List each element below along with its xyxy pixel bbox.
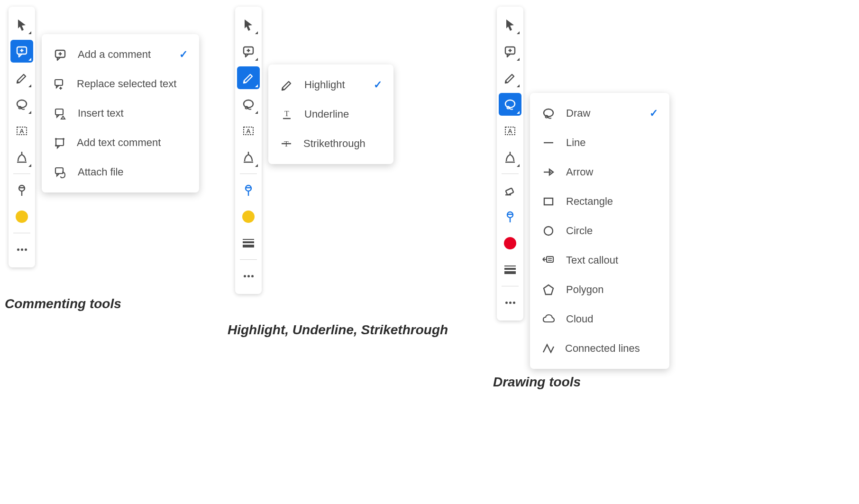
- draw-tool[interactable]: [10, 93, 33, 116]
- replace-text-icon: [53, 77, 66, 91]
- checkmark-icon: ✓: [649, 107, 658, 119]
- highlight-icon: [280, 78, 294, 92]
- menu-label: Draw: [566, 107, 630, 119]
- connected-lines-icon: [541, 342, 555, 355]
- polygon-icon: [541, 283, 556, 296]
- line-thickness-icon: [243, 238, 254, 249]
- menu-label: Rectangle: [566, 195, 630, 208]
- signature-tool[interactable]: [499, 146, 521, 169]
- separator: [13, 174, 30, 174]
- menu-label: Polygon: [566, 284, 630, 296]
- menu-line[interactable]: Line ✓: [530, 128, 669, 157]
- rectangle-icon: [541, 195, 556, 208]
- pin-tool[interactable]: [10, 179, 33, 202]
- menu-label: Insert text: [78, 107, 159, 119]
- line-icon: [541, 136, 556, 149]
- text-comment-icon: [53, 136, 66, 149]
- panel-highlight: Highlight ✓ Underline ✓ Strikethrough ✓: [235, 7, 262, 294]
- draw-tool[interactable]: [237, 93, 260, 116]
- insert-text-icon: [53, 107, 67, 120]
- menu-label: Arrow: [566, 166, 630, 178]
- drawing-flyout: Draw ✓ Line ✓ Arrow ✓ Rectangle ✓ Circle…: [530, 93, 669, 369]
- menu-circle[interactable]: Circle ✓: [530, 216, 669, 246]
- highlight-tool[interactable]: [10, 66, 33, 89]
- more-button[interactable]: [237, 265, 260, 287]
- separator: [502, 174, 519, 174]
- add-comment-tool[interactable]: [10, 40, 33, 63]
- caption-commenting: Commenting tools: [5, 296, 121, 312]
- pin-tool[interactable]: [237, 179, 260, 202]
- menu-cloud[interactable]: Cloud ✓: [530, 304, 669, 334]
- menu-label: Strikethrough: [303, 137, 366, 150]
- toolbar-a: [9, 7, 35, 267]
- menu-attach-file[interactable]: Attach file ✓: [42, 157, 199, 187]
- cloud-icon: [541, 312, 556, 326]
- more-icon: [505, 302, 515, 304]
- caption-highlight: Highlight, Underline, Strikethrough: [228, 322, 448, 338]
- caption-drawing: Drawing tools: [493, 375, 581, 390]
- checkmark-icon: ✓: [374, 79, 382, 91]
- menu-label: Cloud: [566, 313, 630, 325]
- selection-tool[interactable]: [10, 13, 33, 36]
- menu-add-text-comment[interactable]: Add text comment ✓: [42, 128, 199, 157]
- line-thickness-icon: [504, 264, 516, 275]
- circle-icon: [541, 224, 556, 238]
- more-button[interactable]: [10, 238, 33, 261]
- underline-icon: [280, 108, 294, 121]
- menu-label: Attach file: [78, 166, 159, 178]
- menu-label: Highlight: [304, 79, 354, 91]
- draw-tool[interactable]: [499, 93, 521, 116]
- more-icon: [244, 275, 254, 277]
- menu-connected-lines[interactable]: Connected lines ✓: [530, 334, 669, 363]
- panel-commenting: Add a comment ✓ Replace selected text ✓ …: [9, 7, 35, 267]
- checkmark-icon: ✓: [179, 48, 188, 61]
- menu-draw[interactable]: Draw ✓: [530, 99, 669, 128]
- menu-add-comment[interactable]: Add a comment ✓: [42, 40, 199, 69]
- selection-tool[interactable]: [499, 13, 521, 36]
- color-swatch[interactable]: [10, 205, 33, 228]
- color-swatch[interactable]: [237, 205, 260, 228]
- pin-tool[interactable]: [499, 205, 521, 228]
- add-comment-tool[interactable]: [499, 40, 521, 63]
- line-thickness-button[interactable]: [499, 258, 521, 281]
- textbox-tool[interactable]: [10, 119, 33, 142]
- text-callout-icon: [541, 254, 556, 267]
- menu-text-callout[interactable]: Text callout ✓: [530, 246, 669, 275]
- menu-replace-text[interactable]: Replace selected text ✓: [42, 69, 199, 99]
- draw-icon: [541, 107, 556, 120]
- signature-tool[interactable]: [237, 146, 260, 169]
- menu-label: Text callout: [566, 254, 630, 266]
- menu-label: Underline: [304, 108, 354, 120]
- menu-label: Add text comment: [77, 137, 161, 149]
- separator: [502, 286, 519, 286]
- menu-rectangle[interactable]: Rectangle ✓: [530, 187, 669, 216]
- textbox-tool[interactable]: [499, 119, 521, 142]
- menu-polygon[interactable]: Polygon ✓: [530, 275, 669, 304]
- menu-arrow[interactable]: Arrow ✓: [530, 157, 669, 187]
- separator: [13, 233, 30, 233]
- add-comment-icon: [53, 48, 67, 61]
- menu-label: Replace selected text: [77, 78, 176, 90]
- menu-highlight[interactable]: Highlight ✓: [268, 70, 393, 100]
- color-swatch[interactable]: [499, 232, 521, 255]
- separator: [240, 174, 257, 174]
- menu-label: Circle: [566, 225, 630, 237]
- eraser-tool[interactable]: [499, 179, 521, 202]
- selection-tool[interactable]: [237, 13, 260, 36]
- signature-tool[interactable]: [10, 146, 33, 169]
- menu-strikethrough[interactable]: Strikethrough ✓: [268, 129, 393, 158]
- highlight-tool[interactable]: [499, 66, 521, 89]
- separator: [240, 259, 257, 260]
- toolbar-c: [497, 7, 523, 321]
- add-comment-tool[interactable]: [237, 40, 260, 63]
- commenting-flyout: Add a comment ✓ Replace selected text ✓ …: [42, 34, 199, 192]
- panel-drawing: Draw ✓ Line ✓ Arrow ✓ Rectangle ✓ Circle…: [497, 7, 523, 321]
- menu-underline[interactable]: Underline ✓: [268, 100, 393, 129]
- menu-label: Line: [566, 137, 630, 149]
- highlight-tool[interactable]: [237, 66, 260, 89]
- textbox-tool[interactable]: [237, 119, 260, 142]
- menu-label: Connected lines: [565, 342, 640, 355]
- menu-insert-text[interactable]: Insert text ✓: [42, 99, 199, 128]
- more-button[interactable]: [499, 291, 521, 314]
- line-thickness-button[interactable]: [237, 232, 260, 255]
